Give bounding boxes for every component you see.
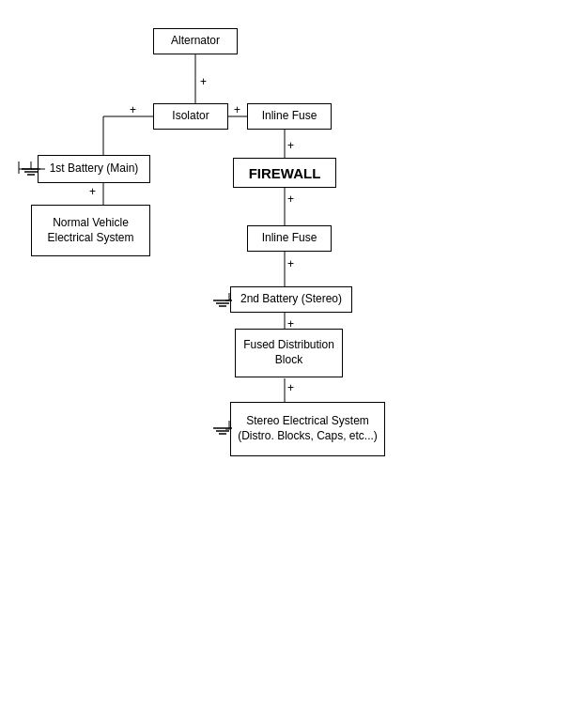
alternator-box: Alternator: [153, 28, 238, 54]
ground-battery2: [209, 293, 237, 312]
inline-fuse-2-box: Inline Fuse: [247, 225, 332, 252]
plus-battery2-bottom: +: [287, 317, 294, 331]
diagram-container: Alternator Isolator Inline Fuse 1st Batt…: [0, 0, 588, 723]
battery-1-box: 1st Battery (Main): [38, 155, 150, 183]
normal-vehicle-box: Normal Vehicle Electrical System: [31, 205, 150, 256]
plus-alternator-isolator: +: [200, 75, 207, 88]
plus-isolator-right: +: [234, 103, 240, 116]
isolator-box: Isolator: [153, 103, 228, 130]
battery-2-box: 2nd Battery (Stereo): [230, 286, 352, 313]
ground-stereo: [209, 421, 237, 439]
plus-inlinefuse2-bottom: +: [287, 257, 294, 270]
stereo-system-box: Stereo Electrical System (Distro. Blocks…: [230, 402, 385, 456]
plus-fuseddist-bottom: +: [287, 381, 294, 394]
plus-isolator-left: +: [130, 103, 136, 116]
fused-dist-block-box: Fused Distribution Block: [235, 329, 343, 377]
firewall-label: FIREWALL: [233, 158, 336, 188]
ground-battery1: [17, 162, 45, 180]
plus-firewall-bottom: +: [287, 192, 294, 206]
plus-battery1: +: [89, 185, 96, 198]
inline-fuse-1-box: Inline Fuse: [247, 103, 332, 130]
plus-inlinefuse1-firewall: +: [287, 139, 294, 152]
